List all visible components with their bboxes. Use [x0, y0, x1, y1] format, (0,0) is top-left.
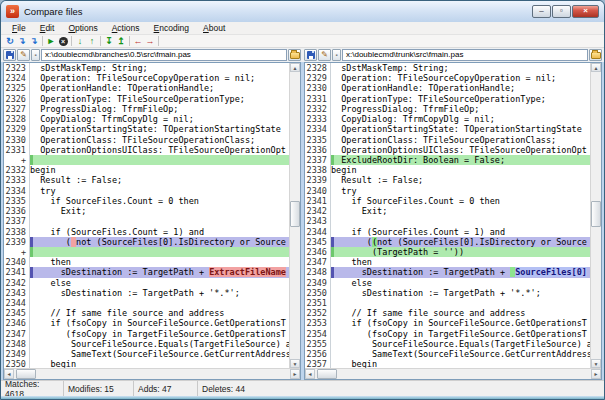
code-line[interactable]: 2327 ProgressDialog: TfrmFileOp; — [4, 104, 289, 114]
code-line[interactable]: 2339 Result := False; — [305, 175, 590, 185]
scroll-left-icon[interactable]: ◄ — [4, 369, 14, 379]
left-file-path[interactable]: x:\doublecmd\branches\0.5\src\fmain.pas — [41, 49, 287, 61]
scroll-up-icon[interactable]: ▲ — [290, 63, 300, 72]
code-line[interactable]: 2334 try — [4, 186, 289, 196]
maximize-button[interactable]: ▫ — [552, 5, 571, 18]
menu-item-edit[interactable]: Edit — [33, 22, 62, 34]
code-line[interactable]: 2357 begin — [305, 359, 590, 368]
left-header-grip[interactable]: ▪ — [31, 49, 40, 61]
code-line[interactable]: 2351 — [305, 298, 590, 308]
left-vertical-scrollbar[interactable]: ▲ ▼ — [289, 63, 300, 368]
menu-item-options[interactable]: Options — [61, 22, 104, 34]
left-code-view[interactable]: 2323 sDstMaskTemp: String;2324 Operation… — [4, 63, 289, 368]
code-line[interactable]: 2336 Exit; — [4, 206, 289, 216]
open-left-file-icon[interactable]: ↴ — [16, 35, 28, 47]
right-hscroll-track[interactable] — [315, 369, 591, 379]
code-line[interactable]: 2349 else — [305, 278, 590, 288]
code-line[interactable]: 2329 Operation: TFileSourceCopyOperation… — [305, 73, 590, 83]
code-line[interactable]: 2325 OperationHandle: TOperationHandle; — [4, 83, 289, 93]
code-line[interactable]: 2338 if (SourceFiles.Count = 1) and — [4, 227, 289, 237]
code-line[interactable]: 2333 Result := False; — [4, 175, 289, 185]
code-line[interactable]: 2347 then — [305, 257, 590, 267]
browse-right-button[interactable] — [589, 49, 602, 61]
edit-left-button[interactable]: ✎ — [17, 49, 30, 61]
right-header-grip[interactable]: ▪ — [332, 49, 341, 61]
right-vertical-scrollbar[interactable]: ▲ ▼ — [590, 63, 601, 368]
code-line[interactable]: 2352 // If same file source and address — [305, 308, 590, 318]
code-line[interactable]: 2354 (fsoCopy in TargetFileSource.GetOpe… — [305, 329, 590, 339]
code-line[interactable]: 2343 sDestination := TargetPath + '*.*'; — [4, 288, 289, 298]
right-vscroll-thumb[interactable] — [591, 201, 601, 227]
browse-left-button[interactable] — [288, 49, 301, 61]
menu-item-file[interactable]: File — [5, 22, 33, 34]
save-left-button[interactable] — [3, 49, 16, 61]
code-line[interactable]: 2339 ( not (SourceFiles[0].IsDirectory o… — [4, 237, 289, 247]
menu-item-encoding[interactable]: Encoding — [147, 22, 196, 34]
code-line[interactable]: 2345 ((not (SourceFiles[0].IsDirectory o… — [305, 237, 590, 247]
code-line[interactable]: 2343 — [305, 216, 590, 226]
code-line[interactable]: 2340 try — [305, 186, 590, 196]
code-line[interactable]: 2337 — [4, 216, 289, 226]
code-line[interactable]: 2329 OperationStartingState: TOperationS… — [4, 124, 289, 134]
code-line[interactable]: 2348 sDestination := TargetPath + Source… — [305, 267, 590, 277]
code-line[interactable]: 2331 OperationOptionsUIClass: TFileSourc… — [4, 145, 289, 155]
close-button[interactable]: × — [572, 5, 599, 18]
menu-item-actions[interactable]: Actions — [105, 22, 147, 34]
code-line[interactable]: 2355 SourceFileSource.Equals(TargetFileS… — [305, 339, 590, 349]
code-line[interactable]: 2336 OperationOptionsUIClass: TFileSourc… — [305, 145, 590, 155]
code-line[interactable]: 2349 SameText(SourceFileSource.GetCurren… — [4, 349, 289, 359]
next-difference-icon[interactable]: ↓ — [74, 35, 86, 47]
reload-icon[interactable]: ↻ — [4, 35, 16, 47]
code-line[interactable]: 2341 sDestination := TargetPath + Extrac… — [4, 267, 289, 277]
last-difference-icon[interactable]: ↧ — [103, 35, 115, 47]
code-line[interactable]: 2348 SourceFileSource.Equals(TargetFileS… — [4, 339, 289, 349]
code-line[interactable]: 2341 if SourceFiles.Count = 0 then — [305, 196, 590, 206]
open-right-file-icon[interactable]: ↴ — [28, 35, 40, 47]
scroll-right-icon[interactable]: ► — [591, 369, 601, 379]
code-line[interactable]: + — [4, 247, 289, 257]
code-line[interactable]: 2350 begin — [4, 359, 289, 368]
code-line[interactable]: 2344 if (SourceFiles.Count = 1) and — [305, 227, 590, 237]
previous-difference-icon[interactable]: ↑ — [86, 35, 98, 47]
code-line[interactable]: 2356 SameText(SourceFileSource.GetCurren… — [305, 349, 590, 359]
code-line[interactable]: 2332 ProgressDialog: TfrmFileOp; — [305, 104, 590, 114]
code-line[interactable]: 2324 Operation: TFileSourceCopyOperation… — [4, 73, 289, 83]
code-line[interactable]: 2335 OperationClass: TFileSourceOperatio… — [305, 135, 590, 145]
right-vscroll-track[interactable] — [591, 72, 601, 359]
left-vscroll-track[interactable] — [290, 72, 300, 359]
minimize-button[interactable]: – — [532, 5, 551, 18]
copy-block-left-icon[interactable]: ← — [132, 35, 144, 47]
code-line[interactable]: 2323 sDstMaskTemp: String; — [4, 63, 289, 73]
code-line[interactable]: 2342 else — [4, 278, 289, 288]
code-line[interactable]: 2340 then — [4, 257, 289, 267]
left-hscroll-thumb[interactable] — [16, 369, 36, 379]
code-line[interactable]: 2328 CopyDialog: TfrmCopyDlg = nil; — [4, 114, 289, 124]
scroll-right-icon[interactable]: ► — [290, 369, 300, 379]
start-compare-icon[interactable]: ► — [45, 35, 57, 47]
edit-right-button[interactable]: ✎ — [318, 49, 331, 61]
code-line[interactable]: 2330 OperationClass: TFileSourceOperatio… — [4, 135, 289, 145]
code-line[interactable]: 2332begin — [4, 165, 289, 175]
code-line[interactable]: 2326 OperationType: TFileSourceOperation… — [4, 94, 289, 104]
copy-block-right-icon[interactable]: → — [144, 35, 156, 47]
right-horizontal-scrollbar[interactable]: ◄ ► — [305, 368, 601, 379]
code-line[interactable]: 2350 sDestination := TargetPath + '*.*'; — [305, 288, 590, 298]
scroll-left-icon[interactable]: ◄ — [305, 369, 315, 379]
cancel-compare-icon[interactable]: × — [57, 35, 69, 47]
right-hscroll-thumb[interactable] — [317, 369, 337, 379]
code-line[interactable]: 2337 ExcludeRootDir: Boolean = False; — [305, 155, 590, 165]
left-vscroll-thumb[interactable] — [290, 201, 300, 227]
scroll-down-icon[interactable]: ▼ — [290, 359, 300, 368]
first-difference-icon[interactable]: ↥ — [115, 35, 127, 47]
code-line[interactable]: 2345 // If same file source and address — [4, 308, 289, 318]
code-line[interactable]: 2330 OperationHandle: TOperationHandle; — [305, 83, 590, 93]
right-file-path[interactable]: x:\doublecmd\trunk\src\fmain.pas — [342, 49, 588, 61]
save-right-button[interactable] — [304, 49, 317, 61]
code-line[interactable]: 2338begin — [305, 165, 590, 175]
code-line[interactable]: 2331 OperationType: TFileSourceOperation… — [305, 94, 590, 104]
code-line[interactable]: 2335 if SourceFiles.Count = 0 then — [4, 196, 289, 206]
code-line[interactable]: 2328 sDstMaskTemp: String; — [305, 63, 590, 73]
scroll-down-icon[interactable]: ▼ — [591, 359, 601, 368]
code-line[interactable]: + — [4, 155, 289, 165]
code-line[interactable]: 2342 Exit; — [305, 206, 590, 216]
